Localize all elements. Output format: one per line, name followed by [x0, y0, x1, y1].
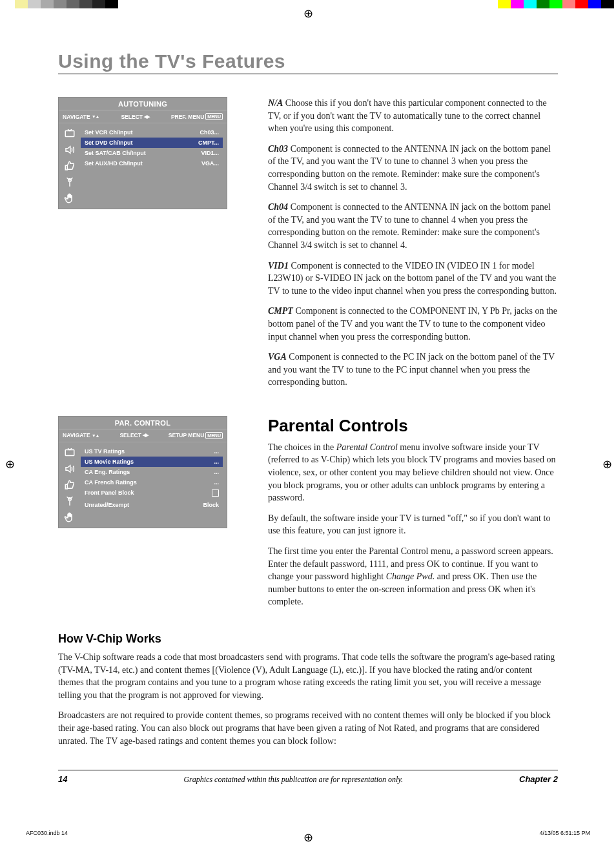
page-footer: 14 Graphics contained within this public…	[58, 770, 558, 785]
registration-mark-bottom: ⊕	[302, 832, 314, 843]
osd-icon-rail	[63, 127, 77, 205]
page-number: 14	[58, 774, 67, 784]
parental-p2: By default, the software inside your TV …	[268, 512, 558, 537]
speaker-icon	[63, 462, 76, 475]
chapter-label: Chapter 2	[519, 774, 558, 784]
speaker-icon	[63, 143, 76, 156]
osd-row: Front Panel Block	[81, 488, 223, 500]
osd-row: Set SAT/CAB Ch/InputVID1...	[81, 148, 223, 158]
tv-icon	[63, 127, 76, 140]
crop-file: AFC030.indb 14	[26, 830, 68, 836]
crop-date: 4/13/05 6:51:15 PM	[539, 830, 590, 836]
osd-row: CA Eng. Ratings...	[81, 467, 223, 477]
svg-rect-0	[65, 131, 74, 137]
osd-title: PAR. CONTROL	[59, 417, 227, 429]
parental-p1: The choices in the Parental Control menu…	[268, 441, 558, 504]
osd-row: Set DVD Ch/InputCMPT...	[81, 138, 223, 148]
footer-note: Graphics contained within this publicati…	[67, 775, 519, 785]
osd-icon-rail	[63, 446, 77, 524]
osd-hint-bar: NAVIGATE SELECT PREF. MENU MENU	[59, 110, 227, 123]
vchip-p2: Broadcasters are not required to provide…	[58, 709, 558, 747]
def-ch03: Ch03 Component is connected to the ANTEN…	[268, 143, 558, 193]
thumbsup-icon	[63, 160, 76, 172]
heading-parental-controls: Parental Controls	[268, 416, 558, 436]
antenna-icon	[63, 176, 76, 189]
def-vga: VGA Component is connected to the PC IN …	[268, 351, 558, 389]
osd-row: US Movie Ratings...	[81, 457, 223, 467]
def-cmpt: CMPT Component is connected to the COMPO…	[268, 305, 558, 343]
thumbsup-icon	[63, 479, 76, 491]
osd-row: CA French Ratings...	[81, 477, 223, 488]
def-na: N/A Choose this if you don't have this p…	[268, 97, 558, 135]
def-ch04: Ch04 Component is connected to the ANTEN…	[268, 201, 558, 251]
svg-rect-2	[65, 449, 74, 455]
vchip-p1: The V-Chip software reads a code that mo…	[58, 651, 558, 701]
osd-row: Set VCR Ch/InputCh03...	[81, 127, 223, 138]
osd-row: Unrated/ExemptBlock	[81, 500, 223, 510]
parental-p3: The first time you enter the Parental Co…	[268, 545, 558, 608]
osd-parental: PAR. CONTROL NAVIGATE SELECT SETUP MENU …	[58, 416, 227, 528]
osd-hint-bar: NAVIGATE SELECT SETUP MENU MENU	[59, 429, 227, 442]
hand-icon	[63, 511, 76, 524]
hand-icon	[63, 192, 76, 205]
heading-vchip: How V-Chip Works	[58, 632, 558, 646]
osd-autotuning: AUTOTUNING NAVIGATE SELECT PREF. MENU ME…	[58, 97, 227, 209]
antenna-icon	[63, 495, 76, 508]
tv-icon	[63, 446, 76, 459]
osd-row: Set AUX/HD Ch/InputVGA...	[81, 158, 223, 169]
osd-title: AUTOTUNING	[59, 98, 227, 110]
def-vid1: VID1 Component is connected to the VIDEO…	[268, 260, 558, 298]
osd-row: US TV Ratings...	[81, 446, 223, 457]
section-title: Using the TV's Features	[58, 50, 558, 74]
